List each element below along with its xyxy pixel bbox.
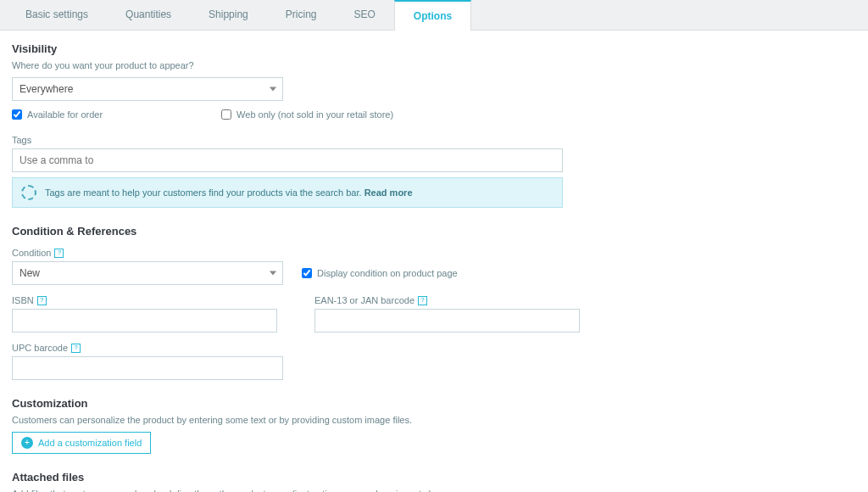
tab-basic-settings[interactable]: Basic settings xyxy=(7,0,107,30)
web-only-input[interactable] xyxy=(221,109,231,120)
ean-input[interactable] xyxy=(314,309,580,333)
options-panel: Visibility Where do you want your produc… xyxy=(0,31,868,492)
condition-select[interactable]: New xyxy=(12,261,283,285)
ean-label: EAN-13 or JAN barcode xyxy=(314,295,415,305)
visibility-title: Visibility xyxy=(12,42,856,55)
tags-info-alert: Tags are meant to help your customers fi… xyxy=(12,177,563,208)
visibility-select[interactable]: Everywhere xyxy=(12,77,283,101)
add-customization-button[interactable]: + Add a customization field xyxy=(12,432,151,454)
attached-helper: Add files that customers can download di… xyxy=(12,489,856,492)
customization-helper: Customers can personalize the product by… xyxy=(12,415,856,425)
condition-title: Condition & References xyxy=(12,225,856,238)
web-only-checkbox[interactable]: Web only (not sold in your retail store) xyxy=(221,109,393,120)
display-condition-checkbox[interactable]: Display condition on product page xyxy=(302,268,458,278)
tags-input[interactable] xyxy=(12,148,563,172)
isbn-input[interactable] xyxy=(12,309,277,333)
tags-info-link[interactable]: Read more xyxy=(364,187,413,198)
tab-bar: Basic settings Quantities Shipping Prici… xyxy=(0,0,868,31)
display-condition-input[interactable] xyxy=(302,268,312,278)
help-icon[interactable]: ? xyxy=(71,344,81,353)
tab-seo[interactable]: SEO xyxy=(335,0,393,30)
web-only-label: Web only (not sold in your retail store) xyxy=(236,109,393,120)
help-icon[interactable]: ? xyxy=(418,296,427,305)
help-icon[interactable]: ? xyxy=(37,296,47,305)
visibility-helper: Where do you want your product to appear… xyxy=(12,60,856,70)
available-for-order-input[interactable] xyxy=(12,109,22,120)
available-for-order-label: Available for order xyxy=(27,109,103,120)
tab-pricing[interactable]: Pricing xyxy=(267,0,336,30)
plus-icon: + xyxy=(21,437,33,449)
available-for-order-checkbox[interactable]: Available for order xyxy=(12,109,103,120)
tags-label: Tags xyxy=(12,135,856,145)
condition-label: Condition xyxy=(12,248,51,258)
display-condition-label: Display condition on product page xyxy=(317,268,458,278)
add-customization-label: Add a customization field xyxy=(38,438,142,448)
info-icon xyxy=(21,185,36,200)
tab-options[interactable]: Options xyxy=(394,0,471,31)
customization-title: Customization xyxy=(12,397,856,410)
tab-shipping[interactable]: Shipping xyxy=(190,0,267,30)
attached-title: Attached files xyxy=(12,471,856,484)
tab-quantities[interactable]: Quantities xyxy=(107,0,190,30)
upc-input[interactable] xyxy=(12,356,283,380)
help-icon[interactable]: ? xyxy=(54,249,64,258)
tags-info-text: Tags are meant to help your customers fi… xyxy=(45,187,362,198)
upc-label: UPC barcode xyxy=(12,343,68,353)
isbn-label: ISBN xyxy=(12,295,34,305)
